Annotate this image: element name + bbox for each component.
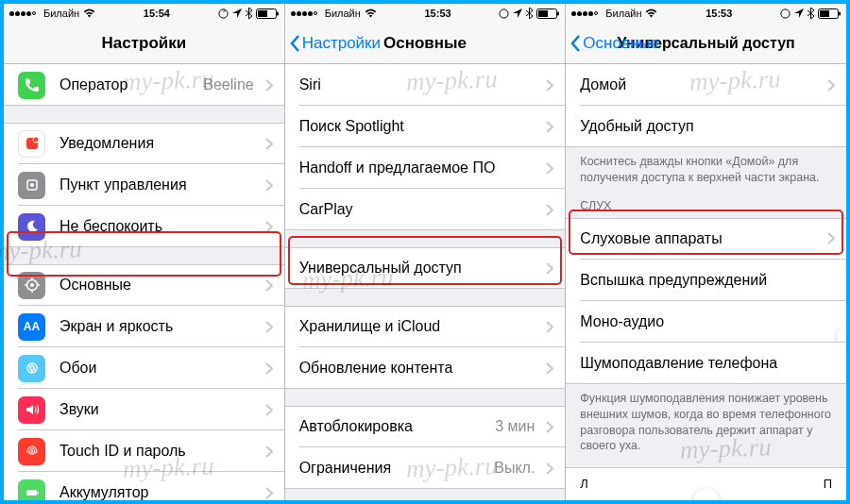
row-label: Аккумулятор	[60, 484, 260, 500]
row-sounds[interactable]: Звуки	[4, 389, 284, 430]
chevron-right-icon	[260, 79, 279, 92]
notifications-icon	[18, 130, 45, 158]
orientation-lock-icon	[499, 8, 509, 19]
phone-icon	[18, 72, 45, 99]
row-storage[interactable]: Хранилище и iCloud	[285, 306, 566, 347]
row-siri[interactable]: Siri	[285, 64, 566, 106]
row-label: Handoff и предлагаемое ПО	[299, 160, 541, 176]
row-label: Шумоподавление телефона	[580, 355, 835, 372]
gear-icon	[18, 272, 45, 299]
svg-point-19	[500, 8, 508, 17]
row-display[interactable]: AA Экран и яркость	[4, 306, 284, 347]
row-label: Touch ID и пароль	[60, 443, 260, 460]
chevron-right-icon	[260, 362, 279, 375]
row-label: Вспышка предупреждений	[580, 272, 835, 289]
row-general[interactable]: Основные	[4, 264, 284, 306]
battery-icon	[818, 8, 841, 19]
nav-bar: Основные Универсальный доступ	[566, 23, 846, 64]
row-label: Экран и яркость	[60, 318, 260, 335]
location-icon	[232, 8, 242, 18]
general-pane: Билайн 15:53 Настройки Основные Siri Пои…	[284, 4, 566, 500]
wallpaper-icon	[18, 355, 45, 382]
row-label: Пункт управления	[60, 176, 260, 193]
bluetooth-icon	[246, 8, 252, 19]
location-icon	[513, 8, 522, 18]
chevron-right-icon	[540, 204, 559, 216]
carrier-label: Билайн	[605, 8, 641, 19]
nav-bar: Настройки	[4, 23, 284, 64]
row-label: CarPlay	[299, 201, 541, 218]
row-mono-audio[interactable]: Моно-аудио	[566, 301, 846, 343]
carrier-label: Билайн	[325, 8, 361, 19]
display-icon: AA	[18, 313, 45, 341]
row-label: Моно-аудио	[580, 313, 835, 330]
back-button[interactable]: Основные	[566, 34, 659, 53]
row-accessibility[interactable]: Универсальный доступ	[285, 247, 566, 289]
row-label: Siri	[299, 76, 541, 93]
balance-slider-row: Л П	[566, 467, 846, 500]
svg-rect-22	[557, 11, 559, 15]
svg-rect-21	[538, 10, 548, 17]
balance-right-label: П	[824, 477, 832, 491]
row-hearing-aids[interactable]: Слуховые аппараты	[566, 218, 846, 260]
back-button[interactable]: Настройки	[285, 34, 381, 53]
svg-rect-3	[277, 11, 279, 15]
row-touchid[interactable]: Touch ID и пароль	[4, 430, 284, 472]
chevron-right-icon	[540, 262, 559, 275]
status-bar: Билайн 15:53	[285, 4, 566, 23]
orientation-lock-icon	[780, 8, 790, 19]
row-handoff[interactable]: Handoff и предлагаемое ПО	[285, 147, 566, 189]
row-wallpaper[interactable]: Обои	[4, 347, 284, 389]
row-background-refresh[interactable]: Обновление контента	[285, 347, 566, 389]
balance-left-label: Л	[580, 477, 588, 491]
row-label: Уведомления	[60, 135, 260, 152]
moon-icon	[18, 213, 45, 241]
svg-point-7	[30, 183, 34, 187]
svg-rect-26	[839, 11, 841, 15]
battery-icon	[256, 8, 279, 19]
row-notifications[interactable]: Уведомления	[4, 123, 284, 164]
chevron-right-icon	[540, 462, 559, 475]
wifi-icon	[645, 8, 657, 18]
wifi-icon	[83, 8, 95, 18]
row-label: Оператор	[60, 76, 203, 93]
chevron-right-icon	[540, 362, 559, 375]
svg-point-0	[219, 8, 228, 17]
battery-icon	[536, 8, 559, 19]
row-reachability[interactable]: Удобный доступ	[566, 106, 846, 147]
row-dnd[interactable]: Не беспокоить	[4, 206, 284, 247]
back-label: Основные	[583, 34, 659, 53]
svg-rect-18	[37, 492, 39, 495]
row-home-clipped[interactable]: Домой	[566, 64, 846, 106]
row-spotlight[interactable]: Поиск Spotlight	[285, 106, 566, 147]
wifi-icon	[365, 8, 377, 18]
chevron-right-icon	[260, 487, 279, 499]
row-label: Слуховые аппараты	[580, 230, 822, 247]
svg-point-5	[33, 137, 39, 143]
reachability-note: Коснитесь дважды кнопки «Домой» для полу…	[566, 147, 846, 186]
row-carplay[interactable]: CarPlay	[285, 189, 566, 230]
row-detail: Выкл.	[494, 460, 535, 477]
chevron-right-icon	[540, 79, 559, 92]
row-label: Ограничения	[299, 460, 495, 477]
page-title: Настройки	[4, 34, 284, 53]
row-led-flash[interactable]: Вспышка предупреждений	[566, 260, 846, 301]
row-label: Хранилище и iCloud	[299, 318, 541, 335]
chevron-right-icon	[260, 445, 279, 458]
row-battery[interactable]: Аккумулятор	[4, 472, 284, 500]
row-restrictions[interactable]: Ограничения Выкл.	[285, 447, 566, 489]
clock-label: 15:53	[425, 8, 451, 19]
clock-label: 15:54	[144, 8, 170, 19]
control-center-icon	[18, 172, 45, 199]
row-operator[interactable]: Оператор Beeline	[4, 64, 284, 106]
row-autolock[interactable]: Автоблокировка 3 мин	[285, 406, 566, 447]
row-control-center[interactable]: Пункт управления	[4, 164, 284, 206]
chevron-right-icon	[260, 138, 279, 150]
back-label: Настройки	[302, 34, 381, 53]
chevron-right-icon	[260, 321, 279, 333]
battery-row-icon	[18, 479, 45, 501]
row-noise-cancel[interactable]: Шумоподавление телефона	[566, 343, 846, 384]
signal-dots-icon	[291, 11, 317, 16]
chevron-right-icon	[260, 221, 279, 233]
clock-label: 15:53	[706, 8, 732, 19]
